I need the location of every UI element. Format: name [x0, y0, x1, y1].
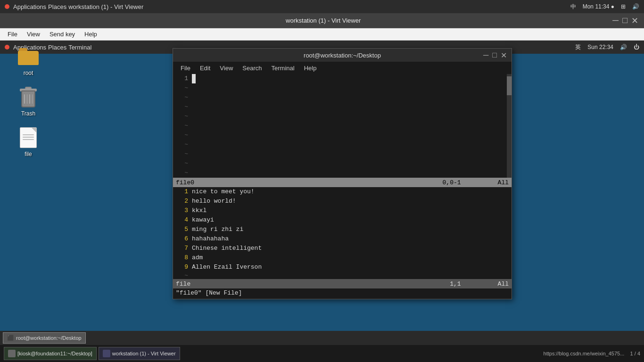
desktop-icon-file-label: file — [25, 151, 32, 157]
virt-menu-file[interactable]: File — [3, 30, 22, 39]
host-clock: Mon 11:34 ● — [583, 3, 614, 10]
virt-maximize-btn[interactable]: □ — [622, 16, 627, 26]
host-terminal-icon — [8, 350, 16, 357]
host-virt-icon — [103, 350, 110, 357]
vim-statusline-1-pos: 0,0-1 All — [443, 179, 509, 186]
host-places-label[interactable]: Places — [48, 3, 66, 10]
vim-statusline-2-name: file — [176, 280, 190, 288]
guest-clock: Sun 22:34 — [587, 44, 613, 50]
desktop-icon-file[interactable]: file — [9, 126, 47, 157]
host-taskbar-terminal[interactable]: [kiosk@foundation11:~/Desktop] — [4, 347, 97, 360]
vim-scrollbar-thumb — [507, 76, 512, 95]
host-apps-label[interactable]: Applications — [13, 3, 46, 10]
virt-titlebar-title: workstation (1) - Virt Viewer — [34, 17, 612, 24]
terminal-close-btn[interactable]: ✕ — [501, 51, 507, 60]
host-taskbar-url: https://blog.csdn.me/weixin_4575... — [544, 351, 625, 356]
virt-titlebar: workstation (1) - Virt Viewer ─ □ ✕ — [0, 13, 644, 28]
host-taskbar-virt[interactable]: workstation (1) - Virt Viewer — [99, 347, 180, 360]
virt-menu-view[interactable]: View — [22, 30, 45, 39]
guest-taskbar-terminal[interactable]: ⬛ root@workstation:~/Desktop — [3, 332, 86, 344]
host-taskbar-terminal-label: [kiosk@foundation11:~/Desktop] — [17, 351, 92, 356]
host-taskbar-virt-label: workstation (1) - Virt Viewer — [112, 351, 176, 356]
vim-statusline-2-range: All — [498, 280, 509, 288]
terminal-menubar: File Edit View Search Terminal Help — [173, 62, 512, 74]
vim-statusline-1-name: file0 — [176, 179, 194, 186]
guest-volume-icon: 🔊 — [620, 44, 627, 50]
guest-area: Applications Places Terminal 英 Sun 22:34… — [0, 41, 644, 345]
desktop-icon-trash[interactable]: Trash — [9, 86, 47, 117]
guest-power-icon[interactable]: ⏻ — [634, 44, 639, 50]
vim-statusline-2-pos: 1,1 All — [450, 280, 509, 288]
file-doc-icon — [17, 126, 40, 149]
terminal-menu-search[interactable]: Search — [238, 64, 266, 73]
host-red-dot — [5, 4, 9, 9]
virt-minimize-btn[interactable]: ─ — [612, 16, 619, 26]
host-taskbar-page: 1 / 4 — [630, 351, 640, 356]
vim-statusline-2: file 1,1 All — [173, 279, 512, 288]
vim-editor[interactable]: 1 ~~~~~~~~~~ file0 — [173, 74, 512, 299]
desktop-icons: root — [9, 45, 47, 157]
virt-menubar: File View Send key Help — [0, 28, 644, 41]
guest-topbar-right: 英 Sun 22:34 🔊 ⏻ — [575, 43, 639, 51]
host-input-icon[interactable]: 中 — [570, 3, 576, 11]
host-topbar: Applications Places workstation (1) - Vi… — [0, 0, 644, 13]
folder-icon-root — [17, 45, 40, 68]
host-topbar-left: Applications Places workstation (1) - Vi… — [5, 3, 143, 10]
terminal-window-buttons: ─ □ ✕ — [483, 51, 507, 60]
terminal-taskbar-icon: ⬛ — [7, 335, 14, 341]
desktop-icon-root[interactable]: root — [9, 45, 47, 76]
terminal-minimize-btn[interactable]: ─ — [483, 51, 488, 60]
host-taskbar-right: https://blog.csdn.me/weixin_4575... 1 / … — [544, 351, 640, 356]
host-topbar-right: 中 Mon 11:34 ● ⊞ 🔊 — [570, 3, 639, 11]
vim-line-1-content — [190, 74, 507, 83]
guest-taskbar-terminal-label: root@workstation:~/Desktop — [16, 335, 82, 341]
guest-lang-icon[interactable]: 英 — [575, 43, 581, 51]
virt-menu-sendkey[interactable]: Send key — [45, 30, 80, 39]
terminal-menu-edit[interactable]: Edit — [195, 64, 215, 73]
guest-places-label[interactable]: Places — [48, 44, 66, 51]
vim-cursor — [192, 74, 196, 83]
terminal-window: root@workstation:~/Desktop ─ □ ✕ File Ed… — [173, 48, 512, 299]
host-window-label[interactable]: workstation (1) - Virt Viewer — [68, 3, 143, 10]
virt-titlebar-buttons: ─ □ ✕ — [612, 16, 638, 26]
terminal-titlebar: root@workstation:~/Desktop ─ □ ✕ — [173, 49, 512, 62]
guest-terminal-label[interactable]: Terminal — [68, 44, 91, 51]
host-volume-icon: 🔊 — [632, 3, 639, 10]
guest-taskbar: ⬛ root@workstation:~/Desktop — [0, 331, 644, 345]
terminal-maximize-btn[interactable]: □ — [492, 51, 497, 60]
vim-statusline-2-pos-val: 1,1 — [450, 280, 461, 288]
vim-lower-tilde: ~ — [173, 272, 512, 279]
virt-menu-help[interactable]: Help — [80, 30, 102, 39]
vim-tildes-upper: ~~~~~~~~~~ — [173, 83, 507, 178]
vim-statusline-1: file0 0,0-1 All — [173, 178, 512, 187]
desktop-icon-root-label: root — [24, 70, 33, 76]
virt-viewer-frame: workstation (1) - Virt Viewer ─ □ ✕ File… — [0, 13, 644, 345]
trash-icon — [17, 86, 40, 108]
vim-statusline-1-range: All — [498, 179, 509, 186]
terminal-menu-help[interactable]: Help — [299, 64, 322, 73]
desktop-icon-trash-label: Trash — [21, 110, 35, 117]
terminal-title: root@workstation:~/Desktop — [201, 52, 483, 59]
vim-scrollbar[interactable] — [507, 74, 512, 178]
host-network-icon: ⊞ — [621, 3, 626, 10]
virt-close-btn[interactable]: ✕ — [631, 16, 638, 26]
terminal-menu-terminal[interactable]: Terminal — [267, 64, 299, 73]
vim-lower-lines: 1nice to meet you!2hello world!3kkxl4kaw… — [173, 187, 512, 272]
vim-line-num-1: 1 — [173, 74, 190, 83]
host-taskbar-left: [kiosk@foundation11:~/Desktop] workstati… — [4, 347, 180, 360]
vim-statusline-1-pos-val: 0,0-1 — [443, 179, 461, 186]
terminal-menu-file[interactable]: File — [176, 64, 195, 73]
vim-bottom-message: "file0" [New File] — [173, 288, 512, 299]
terminal-menu-view[interactable]: View — [215, 64, 238, 73]
host-taskbar: [kiosk@foundation11:~/Desktop] workstati… — [0, 345, 644, 362]
guest-red-dot — [5, 45, 9, 49]
